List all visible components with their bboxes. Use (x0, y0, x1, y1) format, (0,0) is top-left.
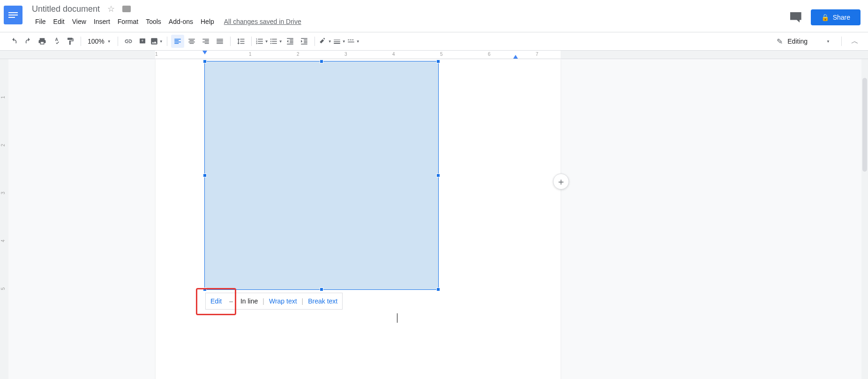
comments-icon[interactable] (790, 12, 801, 23)
clear-formatting-button[interactable]: ▼ (319, 35, 332, 48)
align-left-button[interactable] (171, 35, 184, 48)
add-comment-bubble[interactable]: ＋ (553, 174, 569, 190)
toolbar: 100% ▼ + ▼ ▼ ▼ ▼ ▼ ▼ ✎ Editing ▼ ︿ (0, 32, 868, 51)
resize-handle-tr[interactable] (436, 60, 440, 63)
chevron-down-icon: ▼ (826, 39, 830, 44)
editing-mode-button[interactable]: ✎ Editing ▼ (773, 35, 834, 48)
menu-help[interactable]: Help (197, 16, 217, 27)
move-folder-icon[interactable] (122, 6, 131, 12)
resize-handle-ml[interactable] (203, 174, 207, 177)
resize-handle-mr[interactable] (436, 174, 440, 177)
undo-button[interactable] (7, 35, 21, 48)
text-cursor (397, 313, 397, 323)
align-justify-button[interactable] (213, 35, 226, 48)
zoom-value: 100% (88, 38, 105, 45)
ruler-tick: 6 (488, 52, 491, 57)
svg-text:+: + (141, 38, 143, 43)
share-button[interactable]: 🔒 Share (811, 9, 861, 25)
menu-insert[interactable]: Insert (90, 16, 113, 27)
editing-label: Editing (787, 38, 808, 45)
selected-drawing[interactable] (204, 61, 439, 290)
lock-icon: 🔒 (821, 14, 829, 21)
spellcheck-button[interactable] (50, 35, 63, 48)
ruler-tick: 4 (0, 240, 6, 243)
menu-edit[interactable]: Edit (50, 16, 68, 27)
resize-handle-bm[interactable] (320, 288, 323, 291)
resize-handle-tm[interactable] (320, 60, 323, 63)
align-center-button[interactable] (185, 35, 198, 48)
inline-option[interactable]: In line (236, 297, 262, 305)
ruler-tick: 5 (0, 288, 6, 290)
border-dash-button[interactable]: ▼ (347, 35, 360, 48)
link-button[interactable] (122, 35, 135, 48)
ruler-tick: 1 (0, 96, 6, 99)
resize-handle-br[interactable] (436, 288, 440, 291)
scrollbar-thumb[interactable] (862, 78, 867, 172)
hide-menus-button[interactable]: ︿ (849, 35, 861, 48)
star-icon[interactable]: ☆ (107, 4, 115, 14)
resize-handle-tl[interactable] (203, 60, 207, 63)
align-right-button[interactable] (199, 35, 212, 48)
break-text-option[interactable]: Break text (303, 297, 342, 305)
numbered-list-button[interactable]: ▼ (255, 35, 269, 48)
ruler-tick: 3 (0, 192, 6, 195)
ruler-tick: 4 (392, 52, 395, 57)
indent-marker-left[interactable] (202, 51, 207, 54)
document-title[interactable]: Untitled document (32, 4, 100, 14)
share-label: Share (833, 14, 850, 21)
menu-tools[interactable]: Tools (142, 16, 165, 27)
pencil-icon: ✎ (777, 37, 783, 46)
comment-button[interactable]: + (136, 35, 149, 48)
zoom-selector[interactable]: 100% ▼ (85, 38, 114, 45)
horizontal-ruler[interactable]: 1 1 2 3 4 5 6 7 (0, 51, 868, 59)
menu-file[interactable]: File (32, 16, 49, 27)
border-weight-button[interactable]: ▼ (333, 35, 346, 48)
ruler-tick: 2 (0, 144, 6, 147)
vertical-ruler[interactable]: 1 2 3 4 5 (0, 59, 8, 379)
save-status[interactable]: All changes saved in Drive (224, 18, 301, 25)
ruler-tick: 1 (249, 52, 252, 57)
ruler-tick: 2 (297, 52, 299, 57)
print-button[interactable] (36, 35, 49, 48)
line-spacing-button[interactable] (234, 35, 247, 48)
edit-drawing-button[interactable]: Edit (206, 297, 226, 305)
chevron-down-icon: ▼ (107, 39, 111, 44)
image-button[interactable]: ▼ (150, 35, 163, 48)
ruler-tick: 7 (536, 52, 539, 57)
ruler-tick: 5 (440, 52, 443, 57)
docs-logo[interactable] (4, 6, 22, 24)
menu-format[interactable]: Format (114, 16, 142, 27)
indent-marker-right[interactable] (513, 55, 518, 59)
vertical-scrollbar[interactable] (861, 59, 868, 379)
ruler-tick: 3 (344, 52, 347, 57)
wrap-text-option[interactable]: Wrap text (264, 297, 302, 305)
increase-indent-button[interactable] (298, 35, 311, 48)
image-context-toolbar: Edit – In line | Wrap text | Break text (205, 293, 343, 310)
separator: – (226, 297, 236, 305)
menu-view[interactable]: View (69, 16, 90, 27)
bulleted-list-button[interactable]: ▼ (269, 35, 283, 48)
paint-format-button[interactable] (64, 35, 77, 48)
resize-handle-bl[interactable] (203, 288, 207, 291)
menu-addons[interactable]: Add-ons (165, 16, 196, 27)
redo-button[interactable] (22, 35, 35, 48)
menu-bar: File Edit View Insert Format Tools Add-o… (32, 16, 790, 27)
ruler-tick: 1 (155, 52, 158, 57)
decrease-indent-button[interactable] (284, 35, 297, 48)
